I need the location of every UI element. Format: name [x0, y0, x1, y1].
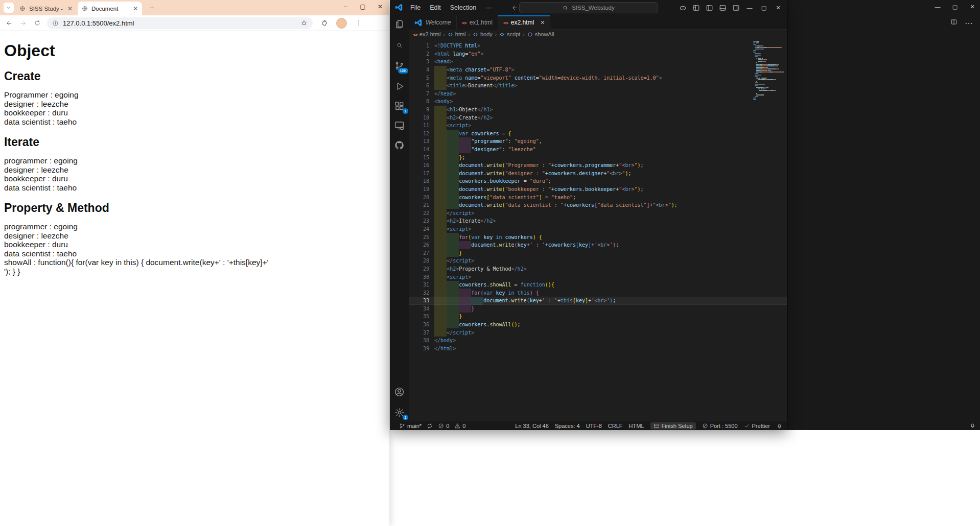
extensions-icon[interactable]: 1 — [393, 100, 405, 112]
status-utf-8[interactable]: UTF-8 — [586, 423, 602, 429]
code-line-22[interactable]: 22 </script> — [409, 209, 787, 217]
status-spaces-4[interactable]: Spaces: 4 — [555, 423, 580, 429]
browser-menu-icon[interactable] — [353, 17, 364, 29]
vscode-minimize-button[interactable]: — — [744, 2, 755, 14]
menu-selection[interactable]: Selection — [446, 2, 481, 13]
status-0[interactable]: 0 — [454, 423, 465, 429]
code-line-35[interactable]: 35 } — [409, 313, 787, 321]
code-line-38[interactable]: 38</body> — [409, 337, 787, 345]
run-debug-icon[interactable] — [393, 80, 405, 92]
vscode-maximize-button[interactable]: ▢ — [758, 2, 769, 14]
code-line-16[interactable]: 16 document.write("Programmer : "+cowork… — [409, 161, 787, 170]
code-line-32[interactable]: 32 for(var key in this) { — [409, 289, 787, 297]
status-ln-33-col-46[interactable]: Ln 33, Col 46 — [515, 423, 548, 429]
remote-icon[interactable] — [393, 119, 405, 131]
breadcrumb-item-ex2html[interactable]: <>ex2.html — [413, 31, 440, 37]
search-icon[interactable] — [393, 39, 405, 51]
code-line-11[interactable]: 11 <script> — [409, 122, 787, 130]
code-line-20[interactable]: 20 coworkers["data scientist"] = "taeho"… — [409, 193, 787, 201]
code-line-8[interactable]: 8<body> — [409, 98, 787, 106]
source-control-icon[interactable]: 10K — [393, 60, 405, 71]
bg-minimize-button[interactable]: — — [933, 2, 942, 11]
code-line-3[interactable]: 3<head> — [409, 58, 787, 66]
status-finish-setup[interactable]: Finish Setup — [650, 422, 696, 429]
code-line-18[interactable]: 18 coworkers.bookkeeper = "duru"; — [409, 177, 787, 185]
github-icon[interactable] — [393, 139, 405, 151]
status-prettier[interactable]: Prettier — [744, 423, 770, 429]
breadcrumb-item-html[interactable]: html — [448, 31, 466, 37]
bookmark-star-icon[interactable] — [300, 19, 308, 27]
menu-edit[interactable]: Edit — [425, 2, 446, 13]
forward-button[interactable] — [17, 17, 29, 29]
code-line-17[interactable]: 17 document.write("designer : "+coworker… — [409, 170, 787, 178]
tab-search-button[interactable] — [4, 3, 14, 13]
back-button[interactable] — [3, 17, 14, 29]
browser-close-button[interactable]: ✕ — [375, 1, 385, 12]
code-line-36[interactable]: 36 coworkers.showAll(); — [409, 321, 787, 329]
toggle-panel-icon[interactable] — [717, 3, 728, 13]
code-line-6[interactable]: 6 <title>Document</title> — [409, 82, 787, 90]
code-line-14[interactable]: 14 "designer": "leezche" — [409, 146, 787, 154]
code-line-15[interactable]: 15 }; — [409, 153, 787, 161]
code-line-30[interactable]: 30 <script> — [409, 273, 787, 281]
status-crlf[interactable]: CRLF — [608, 423, 623, 429]
menu-[interactable]: ··· — [481, 2, 497, 13]
code-line-29[interactable]: 29 <h2>Property & Method</h2> — [409, 265, 787, 273]
menu-file[interactable]: File — [406, 2, 425, 13]
browser-minimize-button[interactable]: – — [340, 1, 351, 12]
code-line-28[interactable]: 28 </script> — [409, 257, 787, 265]
code-line-37[interactable]: 37 </script> — [409, 328, 787, 337]
code-line-4[interactable]: 4 <meta charset="UTF-8"> — [409, 66, 787, 74]
code-line-25[interactable]: 25 for(var key in coworkers) { — [409, 233, 787, 241]
code-line-13[interactable]: 13 "programmer": "egoing", — [409, 137, 787, 146]
layout-customize-icon[interactable] — [691, 3, 701, 13]
new-tab-button[interactable] — [147, 3, 156, 12]
code-line-12[interactable]: 12 var coworkers = { — [409, 130, 787, 138]
code-line-10[interactable]: 10 <h2>Create</h2> — [409, 113, 787, 122]
address-bar[interactable]: 127.0.0.1:5500/ex2.html — [47, 17, 313, 29]
site-info-icon[interactable] — [52, 20, 59, 27]
minimap[interactable] — [753, 41, 783, 101]
editor-tab-welcome[interactable]: Welcome — [409, 15, 457, 30]
code-line-19[interactable]: 19 document.write("bookkeeper : "+cowork… — [409, 185, 787, 194]
toggle-sidebar-icon[interactable] — [704, 3, 714, 13]
explorer-icon[interactable] — [393, 18, 405, 30]
browser-tab[interactable]: SISS Study - Sewon Lee✕ — [15, 2, 77, 15]
code-line-31[interactable]: 31 coworkers.showAll = function(){ — [409, 281, 787, 289]
code-line-5[interactable]: 5 <meta name="viewport" content="width=d… — [409, 74, 787, 82]
code-line-34[interactable]: 34 } — [409, 305, 787, 313]
editor-tab-ex1html[interactable]: <>ex1.html — [457, 15, 498, 30]
status-port-5500[interactable]: Port : 5500 — [702, 423, 738, 429]
avatar[interactable] — [336, 18, 347, 29]
more-actions-icon[interactable]: ⋯ — [965, 18, 973, 28]
account-icon[interactable] — [393, 386, 405, 398]
tab-close-icon[interactable]: ✕ — [540, 19, 545, 26]
copilot-icon[interactable] — [678, 3, 688, 13]
code-line-21[interactable]: 21 document.write("data scientist : "+co… — [409, 201, 787, 209]
breadcrumb-item-script[interactable]: script — [499, 31, 520, 37]
bg-maximize-button[interactable]: ▢ — [950, 2, 960, 11]
code-line-39[interactable]: 39</html> — [409, 345, 787, 353]
tab-close-icon[interactable]: ✕ — [67, 5, 73, 12]
status-main-[interactable]: main* — [399, 423, 422, 429]
tab-close-icon[interactable]: ✕ — [133, 5, 138, 12]
reload-button[interactable] — [32, 17, 43, 29]
code-line-27[interactable]: 27 } — [409, 249, 787, 257]
bg-close-button[interactable]: ✕ — [968, 2, 977, 11]
code-line-33[interactable]: 33 document.write(key+' : '+this[key]+'<… — [409, 297, 787, 305]
browser-tab[interactable]: Document✕ — [78, 2, 142, 15]
gear-icon[interactable]: 1 — [393, 407, 405, 418]
status-0[interactable]: 0 — [438, 423, 449, 429]
extensions-puzzle-icon[interactable] — [319, 17, 330, 29]
breadcrumb-item-body[interactable]: body — [473, 31, 493, 37]
breadcrumb-item-showall[interactable]: showAll — [527, 31, 554, 37]
code-line-23[interactable]: 23 <h2>Iterate</h2> — [409, 217, 787, 225]
code-line-7[interactable]: 7</head> — [409, 90, 787, 98]
code-line-2[interactable]: 2<html lang="en"> — [409, 50, 787, 58]
code-line-9[interactable]: 9 <h1>Object</h1> — [409, 106, 787, 114]
code-line-1[interactable]: 1<!DOCTYPE html> — [409, 42, 787, 50]
code-line-24[interactable]: 24 <script> — [409, 225, 787, 233]
toggle-secondary-sidebar-icon[interactable] — [731, 3, 741, 13]
code-editor[interactable]: 1<!DOCTYPE html>2<html lang="en">3<head>… — [409, 39, 787, 421]
editor-tab-ex2html[interactable]: <>ex2.html✕ — [498, 15, 550, 30]
